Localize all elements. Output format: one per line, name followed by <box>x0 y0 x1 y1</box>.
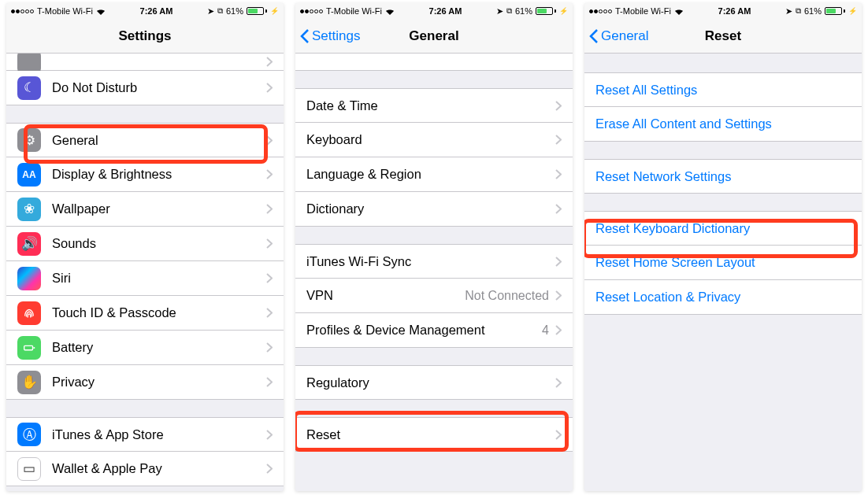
settings-row-display[interactable]: AA Display & Brightness <box>6 157 284 192</box>
bluetooth-icon: ⧉ <box>217 6 223 16</box>
battery-icon <box>247 7 267 15</box>
settings-row-wallpaper[interactable]: ❀ Wallpaper <box>6 192 284 227</box>
general-row-partial[interactable] <box>295 54 573 71</box>
general-row-language[interactable]: Language & Region <box>295 157 573 192</box>
row-label: Date & Time <box>306 98 555 113</box>
status-bar: T-Mobile Wi-Fi 7:26 AM ➤ ⧉ 61% ⚡ <box>584 3 862 19</box>
carrier-label: T-Mobile Wi-Fi <box>37 6 93 16</box>
settings-row-battery[interactable]: Battery <box>6 331 284 365</box>
nav-bar: Settings <box>6 19 284 54</box>
chevron-right-icon <box>555 204 562 214</box>
settings-row-partial[interactable] <box>6 54 284 71</box>
chevron-right-icon <box>555 135 562 145</box>
general-row-datetime[interactable]: Date & Time <box>295 88 573 123</box>
location-icon: ➤ <box>207 6 214 17</box>
reset-row-keyboard-dict[interactable]: Reset Keyboard Dictionary <box>584 211 862 246</box>
settings-row-dnd[interactable]: ☾ Do Not Disturb <box>6 71 284 105</box>
settings-row-general[interactable]: ⚙ General <box>6 123 284 157</box>
bluetooth-icon: ⧉ <box>796 6 801 16</box>
moon-icon: ☾ <box>17 76 41 100</box>
charging-icon: ⚡ <box>270 7 279 15</box>
reset-row-network[interactable]: Reset Network Settings <box>584 159 862 194</box>
row-label: Reset All Settings <box>595 83 851 98</box>
row-label: iTunes & App Store <box>52 427 266 442</box>
reset-row-erase-all[interactable]: Erase All Content and Settings <box>584 107 862 142</box>
row-label: Battery <box>52 340 266 355</box>
signal-dots-icon <box>300 9 323 13</box>
chevron-right-icon <box>555 169 562 179</box>
signal-dots-icon <box>11 9 34 13</box>
chevron-right-icon <box>266 169 273 179</box>
row-label: Touch ID & Passcode <box>52 305 266 320</box>
fingerprint-icon <box>17 301 41 325</box>
row-label: Siri <box>52 271 266 286</box>
battery-icon <box>536 7 556 15</box>
screenshot-settings: T-Mobile Wi-Fi 7:26 AM ➤ ⧉ 61% ⚡ Setting… <box>6 3 284 491</box>
back-label: Settings <box>312 28 360 44</box>
row-label: Dictionary <box>306 201 555 216</box>
general-row-reset[interactable]: Reset <box>295 417 573 452</box>
row-label: Language & Region <box>306 167 555 182</box>
nav-title: General <box>409 28 458 44</box>
row-label: Keyboard <box>306 132 555 147</box>
settings-row-appstore[interactable]: Ⓐ iTunes & App Store <box>6 417 284 452</box>
row-label: VPN <box>306 288 465 303</box>
general-row-profiles[interactable]: Profiles & Device Management 4 <box>295 313 573 348</box>
chevron-right-icon <box>266 308 273 318</box>
location-icon: ➤ <box>785 6 792 17</box>
appstore-icon: Ⓐ <box>17 423 41 446</box>
settings-row-wallet[interactable]: ▭ Wallet & Apple Pay <box>6 452 284 486</box>
row-label: Wallet & Apple Pay <box>52 461 266 476</box>
reset-row-all-settings[interactable]: Reset All Settings <box>584 72 862 107</box>
settings-row-siri[interactable]: Siri <box>6 261 284 296</box>
row-label: Reset <box>306 427 555 442</box>
row-label: Privacy <box>52 375 266 390</box>
general-row-vpn[interactable]: VPN Not Connected <box>295 279 573 313</box>
svg-rect-0 <box>24 345 33 349</box>
chevron-right-icon <box>555 378 562 388</box>
settings-row-privacy[interactable]: ✋ Privacy <box>6 365 284 400</box>
row-label: iTunes Wi-Fi Sync <box>306 254 555 269</box>
back-label: General <box>601 28 648 44</box>
settings-row-sounds[interactable]: 🔊 Sounds <box>6 227 284 261</box>
general-row-regulatory[interactable]: Regulatory <box>295 365 573 400</box>
row-label: Display & Brightness <box>52 167 266 182</box>
row-label: Erase All Content and Settings <box>595 116 851 131</box>
row-label: Reset Home Screen Layout <box>595 255 851 270</box>
settings-row-touchid[interactable]: Touch ID & Passcode <box>6 296 284 331</box>
reset-row-homescreen[interactable]: Reset Home Screen Layout <box>584 246 862 280</box>
charging-icon: ⚡ <box>848 7 857 15</box>
chevron-right-icon <box>555 257 562 267</box>
charging-icon: ⚡ <box>559 7 568 15</box>
svg-rect-1 <box>33 347 35 349</box>
chevron-right-icon <box>266 273 273 283</box>
general-row-keyboard[interactable]: Keyboard <box>295 123 573 157</box>
wifi-icon <box>96 8 106 15</box>
battery-icon <box>825 7 845 15</box>
location-icon: ➤ <box>496 6 503 17</box>
general-row-dictionary[interactable]: Dictionary <box>295 192 573 227</box>
signal-dots-icon <box>589 9 612 13</box>
chevron-right-icon <box>266 204 273 214</box>
chevron-right-icon <box>555 101 562 111</box>
gear-icon: ⚙ <box>17 128 41 152</box>
wallet-icon: ▭ <box>17 457 41 481</box>
wifi-icon <box>385 8 395 15</box>
back-button[interactable]: General <box>589 19 648 54</box>
general-table: Date & Time Keyboard Language & Region D… <box>295 54 573 491</box>
status-bar: T-Mobile Wi-Fi 7:26 AM ➤ ⧉ 61% ⚡ <box>295 3 573 19</box>
reset-row-location[interactable]: Reset Location & Privacy <box>584 280 862 315</box>
status-bar: T-Mobile Wi-Fi 7:26 AM ➤ ⧉ 61% ⚡ <box>6 3 284 19</box>
reset-table: Reset All Settings Erase All Content and… <box>584 54 862 491</box>
nav-bar: Settings General <box>295 19 573 54</box>
row-label: Profiles & Device Management <box>306 323 542 338</box>
chevron-right-icon <box>555 290 562 301</box>
battery-row-icon <box>17 336 41 360</box>
row-label: Regulatory <box>306 375 555 390</box>
speaker-icon: 🔊 <box>17 232 41 256</box>
row-label: Reset Keyboard Dictionary <box>595 221 851 236</box>
nav-bar: General Reset <box>584 19 862 54</box>
nav-title: Settings <box>118 28 171 44</box>
general-row-wifisync[interactable]: iTunes Wi-Fi Sync <box>295 244 573 279</box>
back-button[interactable]: Settings <box>300 19 360 54</box>
